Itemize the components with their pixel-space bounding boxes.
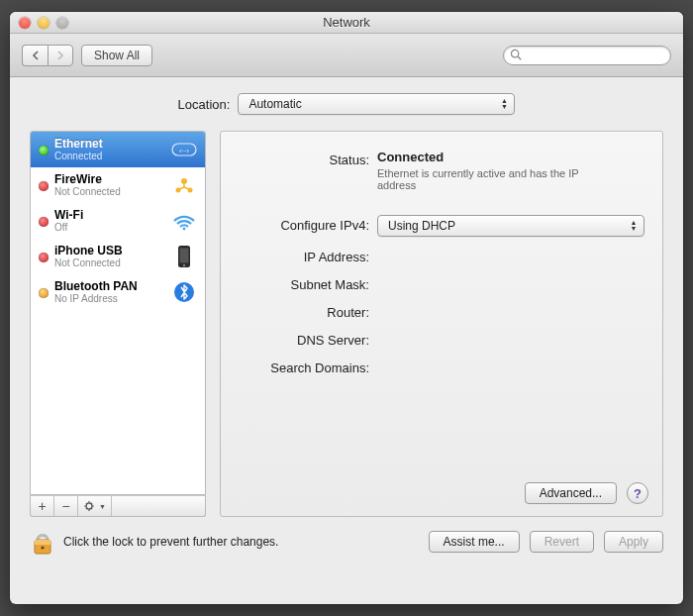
detail-panel: Status: Connected Ethernet is currently … (220, 131, 663, 517)
show-all-button[interactable]: Show All (81, 45, 152, 66)
remove-service-button[interactable]: − (54, 496, 78, 516)
service-status: Off (54, 222, 165, 233)
lock-icon (30, 527, 55, 557)
wifi-icon (171, 209, 197, 233)
help-button[interactable]: ? (627, 482, 648, 504)
dns-row: DNS Server: (239, 330, 644, 348)
back-button[interactable] (22, 45, 48, 66)
service-status: Not Connected (54, 257, 165, 268)
network-preferences-window: Network Show All Location: Automatic ▲▼ (10, 12, 683, 604)
iphone-icon (171, 245, 197, 268)
forward-button[interactable] (48, 45, 73, 66)
configure-ipv4-select[interactable]: Using DHCP ▲▼ (377, 215, 644, 237)
service-name: Wi-Fi (54, 209, 165, 222)
service-name: Bluetooth PAN (54, 280, 165, 293)
titlebar: Network (10, 12, 683, 34)
lock-area[interactable]: Click the lock to prevent further change… (30, 527, 278, 557)
window-title: Network (10, 15, 683, 30)
service-actions-button[interactable]: ▼ (78, 496, 112, 516)
location-select[interactable]: Automatic ▲▼ (238, 93, 515, 115)
service-name: FireWire (54, 173, 165, 186)
status-value: Connected (377, 150, 644, 164)
ip-row: IP Address: (239, 247, 644, 264)
svg-line-20 (91, 503, 92, 504)
bottom-bar: Click the lock to prevent further change… (30, 517, 663, 557)
chevron-down-icon: ▼ (99, 503, 106, 510)
svg-point-23 (41, 546, 44, 549)
svg-line-18 (91, 508, 92, 509)
status-row: Status: Connected Ethernet is currently … (239, 150, 644, 191)
router-label: Router: (239, 302, 377, 320)
bottom-buttons: Assist me... Revert Apply (429, 531, 663, 553)
search-input[interactable] (503, 46, 671, 65)
services-footer: + − ▼ (30, 495, 206, 517)
svg-point-7 (183, 228, 186, 231)
service-name: Ethernet (54, 138, 165, 151)
service-status: No IP Address (54, 293, 165, 304)
updown-icon: ▲▼ (496, 96, 512, 112)
svg-line-19 (86, 508, 87, 509)
chevron-left-icon (31, 51, 41, 60)
service-firewire[interactable]: FireWire Not Connected (31, 167, 205, 203)
svg-rect-22 (35, 540, 50, 545)
search-domains-row: Search Domains: (239, 358, 644, 375)
add-service-button[interactable]: + (31, 496, 54, 516)
nav-buttons (22, 45, 73, 66)
subnet-row: Subnet Mask: (239, 274, 644, 292)
ethernet-icon: ‹··› (171, 138, 197, 161)
services-list[interactable]: Ethernet Connected ‹··› FireWire Not Con… (30, 131, 206, 495)
svg-text:‹··›: ‹··› (179, 147, 189, 155)
search-domains-label: Search Domains: (239, 358, 377, 375)
search-icon (509, 48, 523, 61)
location-value: Automatic (248, 97, 301, 111)
apply-button[interactable]: Apply (604, 531, 663, 553)
dns-label: DNS Server: (239, 330, 377, 348)
service-bluetooth-pan[interactable]: Bluetooth PAN No IP Address (31, 274, 205, 310)
status-dot-icon (39, 253, 49, 262)
svg-point-0 (511, 50, 518, 56)
svg-line-1 (518, 55, 521, 58)
configure-value: Using DHCP (388, 219, 455, 233)
svg-point-4 (181, 178, 187, 184)
lock-text: Click the lock to prevent further change… (63, 535, 278, 549)
firewire-icon (171, 173, 197, 197)
chevron-right-icon (55, 51, 65, 60)
bluetooth-icon (171, 280, 197, 304)
svg-point-12 (86, 503, 92, 509)
location-row: Location: Automatic ▲▼ (30, 93, 663, 115)
revert-button[interactable]: Revert (530, 531, 594, 553)
router-row: Router: (239, 302, 644, 320)
service-iphone-usb[interactable]: iPhone USB Not Connected (31, 239, 205, 274)
toolbar: Show All (10, 34, 683, 77)
status-dot-icon (39, 146, 49, 155)
subnet-label: Subnet Mask: (239, 274, 377, 292)
detail-footer: Advanced... ? (525, 482, 648, 504)
status-label: Status: (239, 150, 377, 167)
status-dot-icon (39, 217, 49, 227)
configure-row: Configure IPv4: Using DHCP ▲▼ (239, 215, 644, 237)
service-wifi[interactable]: Wi-Fi Off (31, 203, 205, 239)
assist-me-button[interactable]: Assist me... (429, 531, 520, 553)
location-label: Location: (178, 97, 231, 112)
advanced-button[interactable]: Advanced... (525, 482, 617, 504)
updown-icon: ▲▼ (626, 218, 642, 234)
status-dot-icon (39, 288, 49, 298)
service-status: Not Connected (54, 186, 165, 197)
service-ethernet[interactable]: Ethernet Connected ‹··› (31, 132, 205, 167)
ip-label: IP Address: (239, 247, 377, 264)
configure-label: Configure IPv4: (239, 215, 377, 233)
main-split: Ethernet Connected ‹··› FireWire Not Con… (30, 131, 663, 517)
content-area: Location: Automatic ▲▼ Ethernet Connecte… (10, 77, 683, 568)
service-status: Connected (54, 151, 165, 161)
status-description: Ethernet is currently active and has the… (377, 167, 615, 191)
svg-rect-9 (180, 249, 189, 263)
services-sidebar: Ethernet Connected ‹··› FireWire Not Con… (30, 131, 206, 517)
gear-icon (83, 499, 97, 513)
svg-point-10 (183, 264, 185, 266)
status-dot-icon (39, 181, 49, 191)
service-name: iPhone USB (54, 245, 165, 257)
svg-line-17 (86, 503, 87, 504)
